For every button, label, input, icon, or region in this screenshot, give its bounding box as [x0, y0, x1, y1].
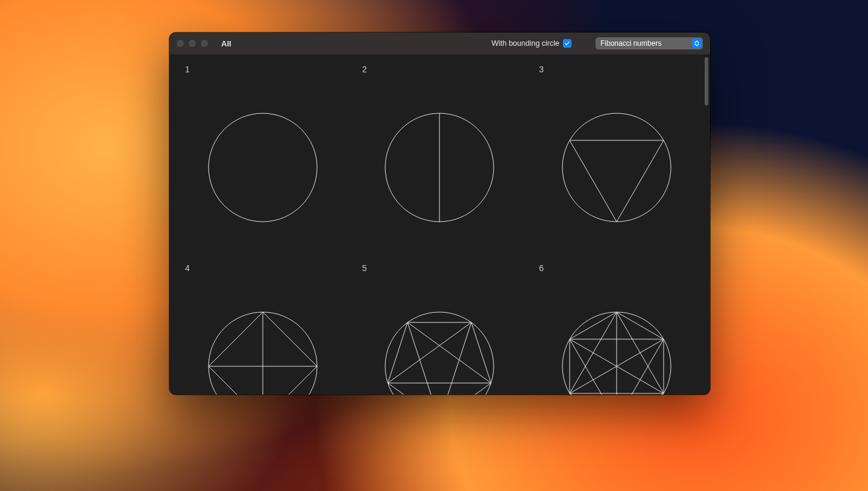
complete-graph-figure [379, 107, 500, 228]
svg-line-13 [209, 366, 263, 395]
minimize-icon[interactable] [189, 40, 196, 47]
figure-cell[interactable]: 2 [351, 61, 529, 260]
svg-line-11 [263, 366, 317, 395]
window-title: All [221, 39, 231, 48]
series-select-value: Fibonacci numbers [600, 39, 661, 48]
complete-graph-figure [203, 306, 323, 395]
titlebar: All With bounding circle Fibonacci numbe… [169, 33, 710, 55]
close-icon[interactable] [177, 40, 184, 47]
content-area: 123456 [169, 55, 710, 395]
bounding-circle-label: With bounding circle [491, 39, 559, 48]
svg-line-20 [388, 322, 472, 383]
updown-chevron-icon [692, 39, 702, 48]
figure-label: 3 [539, 64, 544, 74]
figure-label: 5 [362, 263, 367, 273]
figure-label: 2 [362, 64, 367, 74]
figure-cell[interactable]: 6 [528, 260, 705, 395]
svg-line-32 [617, 339, 664, 395]
figure-cell[interactable]: 5 [351, 260, 529, 395]
complete-graph-figure [203, 107, 323, 228]
svg-line-26 [617, 312, 664, 339]
svg-line-18 [439, 383, 491, 395]
bounding-circle-toggle[interactable]: With bounding circle [491, 39, 571, 48]
svg-line-17 [439, 322, 471, 395]
svg-line-39 [570, 339, 617, 395]
figure-cell[interactable]: 1 [174, 61, 351, 260]
svg-line-23 [408, 322, 492, 383]
svg-line-5 [617, 140, 664, 222]
figure-label: 4 [185, 263, 190, 273]
zoom-icon[interactable] [201, 40, 208, 47]
svg-line-30 [570, 312, 617, 339]
svg-point-14 [385, 312, 494, 395]
figure-label: 6 [539, 263, 544, 273]
figure-cell[interactable]: 4 [174, 260, 351, 395]
app-window: All With bounding circle Fibonacci numbe… [169, 33, 710, 395]
series-select[interactable]: Fibonacci numbers [596, 37, 703, 49]
desktop-wallpaper: All With bounding circle Fibonacci numbe… [0, 0, 868, 491]
svg-line-4 [570, 140, 617, 222]
svg-point-0 [209, 113, 317, 222]
complete-graph-figure [379, 306, 500, 395]
svg-line-8 [263, 312, 317, 366]
figure-cell[interactable]: 3 [528, 61, 705, 260]
figure-grid: 123456 [169, 55, 710, 395]
svg-line-15 [388, 383, 440, 395]
svg-line-16 [408, 322, 440, 395]
complete-graph-figure [556, 107, 677, 228]
checkbox-checked-icon[interactable] [563, 39, 571, 48]
complete-graph-figure [556, 306, 677, 395]
figure-label: 1 [185, 64, 190, 74]
svg-point-3 [562, 113, 671, 222]
window-controls [177, 40, 208, 47]
svg-line-10 [209, 312, 263, 366]
